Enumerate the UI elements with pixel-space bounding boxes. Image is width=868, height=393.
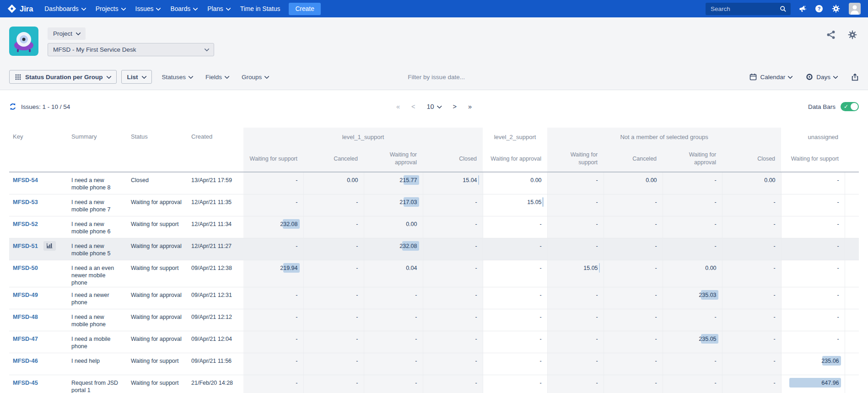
project-select[interactable]: MFSD - My First Service Desk: [48, 43, 214, 56]
duration-cell: -: [483, 375, 547, 393]
issue-row: MFSD-54I need a new mobile phone 8Closed…: [9, 172, 859, 194]
data-bar: [542, 197, 544, 207]
report-type-button[interactable]: Status Duration per Group: [9, 70, 117, 84]
chevron-down-icon: [226, 5, 231, 11]
duration-value: 0.00: [646, 177, 657, 183]
duration-cell: -: [663, 216, 722, 238]
issue-date-filter-input[interactable]: [407, 73, 514, 81]
duration-empty-value: -: [655, 265, 657, 271]
issue-row: MFSD-47I need a mobile phoneWaiting for …: [9, 331, 859, 353]
issue-key-link[interactable]: MFSD-49: [13, 291, 38, 299]
nav-item-plans[interactable]: Plans: [202, 0, 235, 17]
group-header-level-2-support: level_2_support: [483, 128, 547, 146]
toolbar-dropdown-groups[interactable]: Groups: [235, 74, 275, 81]
user-avatar[interactable]: [849, 3, 861, 15]
issue-key-cell: MFSD-51: [9, 238, 68, 260]
duration-empty-value: -: [655, 314, 657, 320]
issue-key-link[interactable]: MFSD-46: [13, 357, 38, 365]
top-navbar: Jira DashboardsProjectsIssuesBoardsPlans…: [0, 0, 868, 17]
subcolumn-header-not-a-member-of-selected-groups-waiting-for-approval: Waiting for approval: [663, 146, 722, 172]
duration-empty-value: -: [475, 199, 477, 205]
nav-menu: DashboardsProjectsIssuesBoardsPlansTime …: [39, 0, 285, 17]
duration-empty-value: -: [415, 336, 417, 342]
jira-logo-icon: [7, 4, 16, 13]
page-size-dropdown[interactable]: 10: [426, 103, 441, 110]
issue-row: MFSD-45Request from JSD portal 1Waiting …: [9, 375, 859, 393]
export-button[interactable]: [851, 73, 859, 81]
calendar-dropdown[interactable]: Calendar: [749, 73, 792, 81]
issue-key-link[interactable]: MFSD-48: [13, 313, 38, 321]
duration-cell: -: [663, 375, 722, 393]
nav-item-time-in-status[interactable]: Time in Status: [235, 0, 286, 17]
create-button[interactable]: Create: [289, 3, 320, 15]
issue-key-link[interactable]: MFSD-51: [13, 242, 38, 250]
duration-empty-value: -: [837, 336, 839, 342]
duration-cell: -: [243, 172, 303, 194]
settings-button[interactable]: [832, 5, 840, 13]
duration-empty-value: -: [356, 358, 358, 364]
data-bars-toggle[interactable]: ✓: [841, 102, 859, 111]
project-settings-button[interactable]: [848, 30, 857, 39]
group-header-unassigned: unassigned: [781, 128, 845, 146]
duration-cell: -: [243, 309, 303, 331]
duration-cell: -: [722, 216, 781, 238]
row-chart-button[interactable]: [43, 241, 56, 251]
duration-cell: -: [243, 375, 303, 393]
help-button[interactable]: ?: [815, 5, 823, 13]
issue-summary-cell: I need a new mobile phone 6: [68, 216, 127, 238]
scope-selector-button[interactable]: Project: [48, 27, 86, 40]
duration-cell: 647.96: [781, 375, 845, 393]
issue-key-link[interactable]: MFSD-53: [13, 199, 38, 206]
issue-status-cell: Waiting for support: [127, 375, 188, 393]
toolbar-dropdown-fields[interactable]: Fields: [199, 74, 235, 81]
duration-empty-value: -: [539, 265, 541, 271]
nav-item-issues[interactable]: Issues: [130, 0, 166, 17]
share-button[interactable]: [826, 30, 836, 39]
nav-item-dashboards[interactable]: Dashboards: [39, 0, 90, 17]
next-page-button[interactable]: >: [453, 103, 457, 110]
nav-item-projects[interactable]: Projects: [91, 0, 130, 17]
unit-dropdown[interactable]: Days: [806, 73, 837, 81]
project-avatar[interactable]: [9, 27, 38, 56]
duration-cell: 0.00: [604, 172, 663, 194]
chevron-down-icon: [264, 74, 270, 79]
toolbar-dropdown-statuses[interactable]: Statuses: [156, 74, 199, 81]
duration-cell: -: [303, 309, 364, 331]
issue-key-cell: MFSD-50: [9, 260, 68, 287]
issue-key-link[interactable]: MFSD-50: [13, 264, 38, 272]
duration-cell: -: [423, 309, 483, 331]
refresh-button[interactable]: [9, 103, 16, 110]
search-input[interactable]: [710, 5, 780, 13]
issue-key-link[interactable]: MFSD-45: [13, 379, 38, 387]
duration-cell: -: [547, 287, 604, 309]
duration-cell: -: [243, 331, 303, 353]
duration-empty-value: -: [773, 199, 775, 205]
search-box[interactable]: [706, 3, 791, 15]
duration-empty-value: -: [296, 380, 297, 386]
issue-key-link[interactable]: MFSD-52: [13, 221, 38, 228]
duration-empty-value: -: [539, 336, 541, 342]
nav-item-boards[interactable]: Boards: [165, 0, 202, 17]
duration-empty-value: -: [356, 380, 358, 386]
announcements-button[interactable]: [798, 5, 806, 13]
view-mode-button[interactable]: List: [121, 70, 152, 84]
dropdown-label: Statuses: [162, 74, 186, 81]
data-bar: [599, 263, 600, 273]
nav-item-label: Plans: [207, 5, 223, 12]
issues-bar: Issues: 1 - 10 / 54 « < 10 > » Data Bars…: [9, 97, 859, 116]
last-page-button[interactable]: »: [468, 103, 472, 110]
duration-cell: -: [364, 287, 423, 309]
duration-cell: -: [663, 238, 722, 260]
jira-logo[interactable]: Jira: [7, 4, 33, 13]
duration-empty-value: -: [539, 221, 541, 227]
pagination: « < 10 > »: [396, 103, 472, 110]
issue-summary-cell: I need a newer phone: [68, 287, 127, 309]
issue-key-link[interactable]: MFSD-47: [13, 335, 38, 343]
prev-page-button[interactable]: <: [411, 103, 415, 110]
issue-key-link[interactable]: MFSD-54: [13, 177, 38, 184]
issue-key-cell: MFSD-52: [9, 216, 68, 238]
issue-summary-cell: I need a new mobile phone 7: [68, 194, 127, 216]
nav-item-label: Time in Status: [240, 5, 280, 12]
issue-created-cell: 13/Apr/21 17:59: [188, 172, 243, 194]
first-page-button[interactable]: «: [396, 103, 400, 110]
